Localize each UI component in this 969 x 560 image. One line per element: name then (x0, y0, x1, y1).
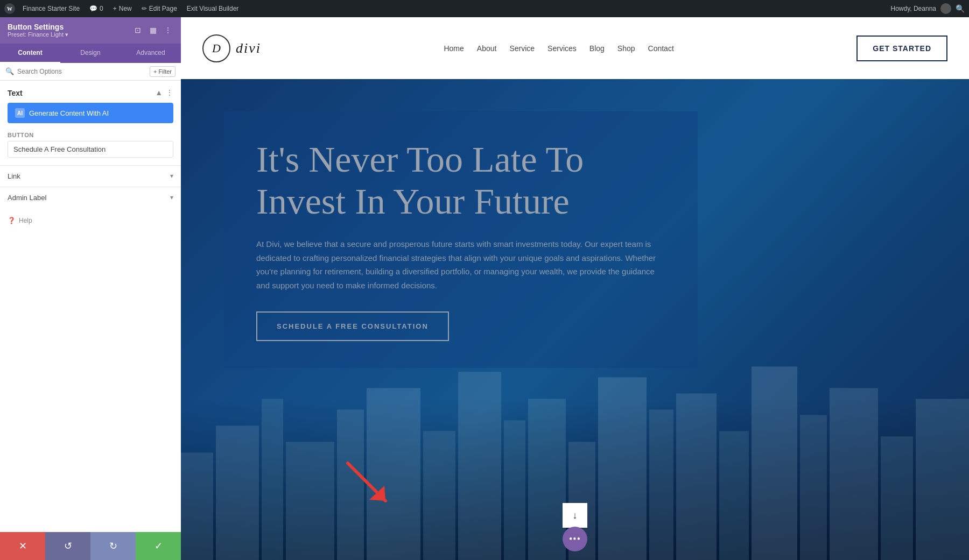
cancel-icon: ✕ (19, 540, 27, 552)
hero-section: It's Never Too Late To Invest In Your Fu… (181, 79, 969, 560)
website-preview: D divi Home About Service Services Blog … (181, 17, 969, 560)
tab-design[interactable]: Design (60, 44, 121, 63)
hero-text-box: It's Never Too Late To Invest In Your Fu… (224, 111, 698, 368)
tab-content[interactable]: Content (0, 44, 60, 63)
svg-rect-8 (504, 420, 525, 560)
preview-icon[interactable]: ⊡ (132, 25, 143, 36)
nav-shop[interactable]: Shop (617, 44, 635, 53)
down-arrow-box[interactable]: ↓ (563, 503, 587, 528)
svg-rect-0 (181, 452, 213, 560)
purple-dots-button[interactable]: ••• (563, 527, 587, 551)
tab-advanced[interactable]: Advanced (121, 44, 181, 63)
main-layout: Button Settings Preset: Finance Light ▾ … (0, 17, 969, 560)
plus-icon: + (113, 5, 117, 12)
filter-button[interactable]: + Filter (150, 66, 175, 77)
panel-search: 🔍 + Filter (0, 63, 181, 81)
help-section[interactable]: ❓ Help (0, 208, 181, 233)
nav-home[interactable]: Home (444, 44, 464, 53)
chevron-down-icon-2: ▾ (170, 194, 173, 202)
howdy-text: Howdy, Deanna (891, 5, 937, 12)
hero-title: It's Never Too Late To Invest In Your Fu… (256, 138, 665, 222)
panel-title: Button Settings (8, 23, 68, 31)
nav-about[interactable]: About (477, 44, 497, 53)
admin-label-section[interactable]: Admin Label ▾ (0, 187, 181, 208)
svg-rect-18 (881, 436, 913, 560)
hero-title-line1: It's Never Too Late To (256, 139, 584, 180)
edit-page-link[interactable]: ✏ Edit Page (139, 0, 179, 17)
cancel-button[interactable]: ✕ (0, 532, 45, 560)
undo-icon: ↺ (64, 540, 72, 552)
exit-builder-link[interactable]: Exit Visual Builder (185, 0, 241, 17)
new-label: New (119, 5, 132, 12)
button-field-section: Button (0, 127, 181, 165)
hero-cta-button[interactable]: SCHEDULE A FREE CONSULTATION (256, 311, 449, 341)
site-name-text: Finance Starter Site (23, 5, 80, 12)
save-checkmark-icon: ✓ (155, 540, 163, 552)
svg-rect-11 (598, 377, 647, 560)
more-options-icon[interactable]: ⋮ (163, 25, 173, 36)
svg-rect-7 (458, 372, 501, 560)
admin-bar: W Finance Starter Site 💬 0 + New ✏ Edit … (0, 0, 969, 17)
pencil-icon: ✏ (142, 5, 147, 12)
collapse-icon[interactable]: ▲ (155, 89, 163, 97)
search-icon: 🔍 (5, 67, 14, 76)
search-input[interactable] (17, 68, 146, 75)
left-panel: Button Settings Preset: Finance Light ▾ … (0, 17, 181, 560)
ai-generate-button[interactable]: AI Generate Content With AI (8, 103, 173, 123)
link-section-title: Link (8, 172, 20, 180)
help-circle-icon: ❓ (8, 217, 16, 224)
text-section-title: Text (8, 89, 23, 97)
svg-rect-4 (337, 409, 364, 560)
svg-rect-2 (262, 399, 283, 560)
svg-rect-5 (367, 388, 420, 560)
nav-service[interactable]: Service (509, 44, 535, 53)
section-more-icon[interactable]: ⋮ (166, 88, 173, 97)
chevron-down-icon: ▾ (170, 172, 173, 180)
get-started-label: GET STARTED (873, 44, 931, 53)
save-button[interactable]: ✓ (136, 532, 181, 560)
svg-line-20 (348, 463, 385, 501)
svg-rect-17 (830, 388, 878, 560)
nav-blog[interactable]: Blog (589, 44, 605, 53)
new-link[interactable]: + New (111, 0, 134, 17)
site-name-link[interactable]: Finance Starter Site (20, 0, 82, 17)
svg-rect-12 (649, 409, 673, 560)
user-avatar[interactable] (940, 3, 951, 14)
dots-icon: ••• (569, 534, 581, 545)
wordpress-logo[interactable]: W (4, 3, 15, 14)
ai-icon: AI (15, 108, 25, 118)
text-section: Text ▲ ⋮ AI Generate Content With AI (0, 81, 181, 127)
comments-link[interactable]: 💬 0 (87, 0, 106, 17)
button-field-label: Button (8, 132, 173, 138)
svg-rect-1 (216, 426, 259, 560)
link-section[interactable]: Link ▾ (0, 165, 181, 187)
panel-header-icons: ⊡ ▦ ⋮ (132, 25, 173, 36)
admin-label-title: Admin Label (8, 194, 46, 202)
site-header: D divi Home About Service Services Blog … (181, 17, 969, 79)
grid-icon[interactable]: ▦ (148, 25, 158, 36)
hero-description: At Divi, we believe that a secure and pr… (256, 237, 665, 292)
panel-preset[interactable]: Preset: Finance Light ▾ (8, 31, 68, 38)
logo-letter: D (212, 41, 221, 55)
redo-button[interactable]: ↻ (90, 532, 136, 560)
wp-icon: W (7, 6, 12, 12)
button-text-input[interactable] (8, 141, 173, 158)
undo-button[interactable]: ↺ (45, 532, 90, 560)
comments-count: 0 (100, 5, 103, 12)
red-arrow-annotation (337, 452, 402, 517)
logo-text: divi (236, 40, 261, 56)
help-label: Help (19, 217, 32, 224)
ai-icon-label: AI (17, 110, 23, 116)
logo-circle: D (202, 34, 230, 62)
nav-contact[interactable]: Contact (648, 44, 674, 53)
admin-search-icon[interactable]: 🔍 (956, 4, 965, 13)
svg-rect-6 (423, 431, 455, 560)
ai-button-label: Generate Content With AI (29, 109, 109, 117)
svg-rect-3 (286, 442, 334, 560)
svg-marker-21 (369, 486, 385, 501)
svg-rect-14 (719, 431, 749, 560)
get-started-button[interactable]: GET STARTED (856, 36, 947, 61)
exit-builder-label: Exit Visual Builder (187, 5, 239, 12)
filter-label: + Filter (153, 68, 172, 75)
nav-services[interactable]: Services (547, 44, 577, 53)
